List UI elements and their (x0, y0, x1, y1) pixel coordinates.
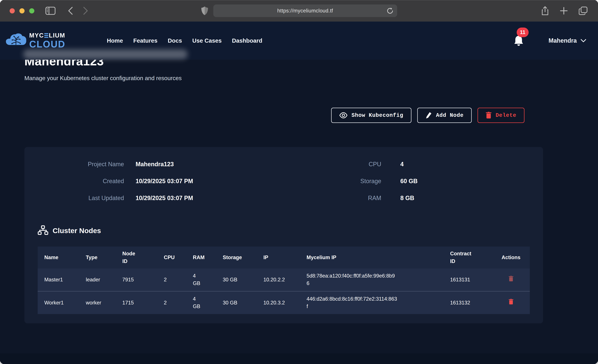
project-name-value: Mahendra123 (124, 160, 252, 168)
nav-link-use-cases[interactable]: Use Cases (192, 37, 222, 44)
cell-cpu: 2 (157, 291, 186, 314)
col-type: Type (79, 247, 116, 268)
nav-links: Home Features Docs Use Cases Dashboard (107, 37, 262, 44)
brand-e-glyph (44, 33, 48, 38)
col-storage: Storage (216, 247, 257, 268)
table-row: Master1 leader 7915 2 4 GB 30 GB 10.20.2… (38, 268, 530, 291)
cell-contract-id: 1613132 (443, 291, 495, 314)
page-footer (0, 353, 598, 364)
cluster-nodes-icon (38, 225, 48, 236)
cell-type: worker (79, 291, 116, 314)
col-node-id: Node ID (116, 247, 157, 268)
storage-label: Storage (252, 177, 381, 185)
cell-ram: 4 GB (186, 268, 216, 291)
cell-ram: 4 GB (186, 291, 216, 314)
delete-cluster-button[interactable]: Delete (478, 108, 524, 123)
brand-name-bottom: CLOUD (29, 40, 65, 49)
browser-window: https://myceliumcloud.tf (0, 0, 598, 364)
col-ip: IP (257, 247, 300, 268)
new-tab-icon[interactable] (560, 6, 568, 16)
ram-value: 8 GB (381, 194, 530, 202)
pencil-icon (425, 111, 432, 119)
url-text: https://myceliumcloud.tf (277, 8, 333, 14)
notifications-button[interactable]: 11 (514, 35, 524, 46)
page-subtitle: Manage your Kubernetes cluster configura… (25, 75, 573, 82)
cpu-value: 4 (381, 160, 530, 168)
zoom-window-button[interactable] (29, 8, 34, 13)
delete-node-button[interactable] (508, 299, 514, 305)
cell-ip: 10.20.2.2 (257, 268, 300, 291)
last-updated-label: Last Updated (38, 194, 124, 202)
nav-link-features[interactable]: Features (133, 37, 158, 44)
col-mycelium-ip: Mycelium IP (300, 247, 443, 268)
cell-name: Worker1 (38, 291, 79, 314)
cell-storage: 30 GB (216, 268, 257, 291)
cell-node-id: 1715 (116, 291, 157, 314)
cluster-nodes-heading: Cluster Nodes (53, 227, 101, 235)
back-button[interactable] (67, 7, 73, 15)
trash-icon (486, 112, 492, 119)
created-value: 10/29/2025 03:07 PM (124, 177, 252, 185)
ram-label: RAM (252, 194, 381, 202)
mycelium-cloud-logo-icon (5, 33, 26, 48)
forward-button[interactable] (83, 7, 89, 15)
notification-badge: 11 (517, 27, 529, 37)
cell-cpu: 2 (157, 268, 186, 291)
storage-value: 60 GB (381, 177, 530, 185)
col-contract-id: Contract ID (443, 247, 495, 268)
cell-actions (495, 291, 530, 314)
eye-icon (339, 112, 348, 118)
col-actions: Actions (495, 247, 530, 268)
project-name-label: Project Name (38, 160, 124, 168)
cluster-actions: Show Kubeconfig Add Node Delete (25, 108, 524, 123)
nav-link-dashboard[interactable]: Dashboard (232, 37, 262, 44)
cell-contract-id: 1613131 (443, 268, 495, 291)
cell-name: Master1 (38, 268, 79, 291)
last-updated-value: 10/29/2025 03:07 PM (124, 194, 252, 202)
cell-actions (495, 268, 530, 291)
user-menu[interactable]: Mahendra (548, 37, 586, 44)
show-kubeconfig-button[interactable]: Show Kubeconfig (331, 108, 411, 123)
brand-logo[interactable]: MYC LIUM CLOUD (5, 32, 65, 49)
cell-storage: 30 GB (216, 291, 257, 314)
address-bar[interactable]: https://myceliumcloud.tf (213, 4, 397, 17)
col-name: Name (38, 247, 79, 268)
sidebar-toggle-icon[interactable] (45, 7, 56, 15)
main-content: Mahendra123 Manage your Kubernetes clust… (0, 60, 598, 353)
table-header-row: Name Type Node ID CPU RAM Storage IP Myc… (38, 247, 530, 268)
col-ram: RAM (186, 247, 216, 268)
cluster-nodes-table: Name Type Node ID CPU RAM Storage IP Myc… (38, 247, 530, 314)
site-page: MYC LIUM CLOUD Home Features Docs Use Ca… (0, 22, 598, 364)
table-row: Worker1 worker 1715 2 4 GB 30 GB 10.20.3… (38, 291, 530, 314)
browser-chrome: https://myceliumcloud.tf (0, 0, 598, 22)
cell-type: leader (79, 268, 116, 291)
project-info-grid: Project Name Mahendra123 CPU 4 Created 1… (38, 160, 530, 202)
brand-name-top: MYC LIUM (29, 32, 65, 39)
close-window-button[interactable] (10, 8, 15, 13)
nav-link-docs[interactable]: Docs (168, 37, 182, 44)
privacy-shield-icon[interactable] (201, 6, 208, 16)
cpu-label: CPU (252, 160, 381, 168)
cell-mycelium-ip: 5d8:78ea:a120:f40c:ff0f:a5fe:99e6:8b96 (300, 268, 443, 291)
cell-mycelium-ip: 446:d2a6:8bcd:8c16:ff0f:72e2:3114:863f (300, 291, 443, 314)
tab-overview-icon[interactable] (579, 6, 588, 16)
cell-ip: 10.20.3.2 (257, 291, 300, 314)
share-icon[interactable] (541, 6, 549, 16)
cluster-details-card: Project Name Mahendra123 CPU 4 Created 1… (25, 147, 543, 323)
cell-node-id: 7915 (116, 268, 157, 291)
nav-link-home[interactable]: Home (107, 37, 123, 44)
trash-icon (508, 276, 514, 282)
created-label: Created (38, 177, 124, 185)
minimize-window-button[interactable] (19, 8, 25, 13)
col-cpu: CPU (157, 247, 186, 268)
chevron-down-icon (581, 39, 586, 43)
traffic-lights (10, 8, 34, 13)
delete-node-button[interactable] (508, 276, 514, 282)
user-name: Mahendra (548, 37, 577, 44)
add-node-button[interactable]: Add Node (417, 108, 472, 123)
site-navbar: MYC LIUM CLOUD Home Features Docs Use Ca… (0, 22, 598, 60)
trash-icon (508, 299, 514, 305)
reload-icon[interactable] (387, 7, 393, 15)
